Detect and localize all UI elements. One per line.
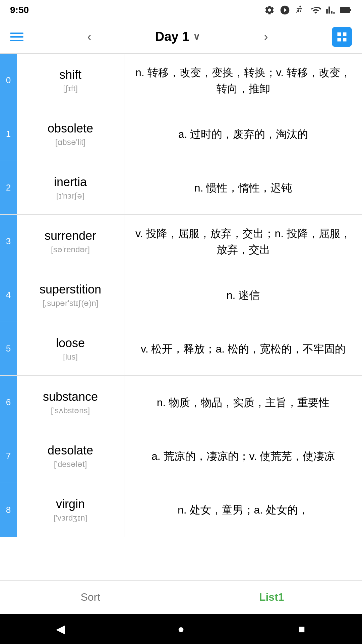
row-definition: a. 过时的，废弃的，淘汰的 bbox=[124, 107, 362, 161]
row-index: 4 bbox=[0, 268, 17, 322]
status-icons: A bbox=[264, 5, 352, 15]
table-row[interactable]: 0 shift [ʃɪft] n. 转移，改变，变换，转换；v. 转移，改变，转… bbox=[0, 54, 362, 107]
row-word: shift [ʃɪft] bbox=[17, 54, 124, 107]
row-word: virgin ['vɜrdʒɪn] bbox=[17, 483, 124, 537]
table-row[interactable]: 4 superstition [ˌsupər'stɪʃ(ə)n] n. 迷信 bbox=[0, 268, 362, 322]
prev-button[interactable]: ‹ bbox=[87, 30, 91, 44]
word-phonetic: [ɪ'nɜrʃə] bbox=[56, 191, 84, 201]
settings-icon bbox=[264, 5, 275, 15]
menu-button[interactable] bbox=[10, 33, 23, 41]
row-index: 5 bbox=[0, 322, 17, 375]
title-chevron[interactable]: ∨ bbox=[193, 31, 200, 42]
recent-button[interactable]: ■ bbox=[292, 619, 312, 639]
home-button[interactable]: ● bbox=[171, 619, 191, 639]
row-index: 0 bbox=[0, 54, 17, 107]
toolbar: ‹ Day 1 ∨ › bbox=[0, 20, 362, 54]
table-row[interactable]: 6 substance ['sʌbstəns] n. 物质，物品，实质，主旨，重… bbox=[0, 376, 362, 429]
row-definition: n. 物质，物品，实质，主旨，重要性 bbox=[124, 376, 362, 429]
next-button[interactable]: › bbox=[264, 30, 268, 44]
word-english: virgin bbox=[56, 497, 85, 511]
row-index: 1 bbox=[0, 107, 17, 161]
status-bar: 9:50 A bbox=[0, 0, 362, 20]
word-english: surrender bbox=[45, 229, 96, 243]
row-definition: n. 迷信 bbox=[124, 268, 362, 322]
row-word: inertia [ɪ'nɜrʃə] bbox=[17, 161, 124, 214]
row-word: substance ['sʌbstəns] bbox=[17, 376, 124, 429]
row-word: loose [lus] bbox=[17, 322, 124, 375]
word-english: substance bbox=[43, 390, 98, 404]
android-nav-bar: ◀ ● ■ bbox=[0, 614, 362, 644]
row-index: 7 bbox=[0, 429, 17, 483]
word-phonetic: ['vɜrdʒɪn] bbox=[54, 513, 87, 523]
word-phonetic: [lus] bbox=[63, 352, 78, 362]
table-row[interactable]: 5 loose [lus] v. 松开，释放；a. 松的，宽松的，不牢固的 bbox=[0, 322, 362, 376]
play-icon bbox=[280, 5, 290, 15]
row-definition: n. 转移，改变，变换，转换；v. 转移，改变，转向，推卸 bbox=[124, 54, 362, 107]
row-word: superstition [ˌsupər'stɪʃ(ə)n] bbox=[17, 268, 124, 322]
grid-view-button[interactable] bbox=[332, 27, 352, 47]
word-english: obsolete bbox=[48, 121, 93, 136]
toolbar-nav: ‹ bbox=[87, 30, 91, 44]
row-definition: v. 松开，释放；a. 松的，宽松的，不牢固的 bbox=[124, 322, 362, 375]
row-definition: n. 处女，童男；a. 处女的， bbox=[124, 483, 362, 537]
table-row[interactable]: 2 inertia [ɪ'nɜrʃə] n. 惯性，惰性，迟钝 bbox=[0, 161, 362, 215]
row-index: 2 bbox=[0, 161, 17, 214]
row-word: obsolete [ɑbsə'lit] bbox=[17, 107, 124, 161]
battery-icon bbox=[340, 5, 352, 15]
row-definition: n. 惯性，惰性，迟钝 bbox=[124, 161, 362, 214]
word-english: shift bbox=[59, 68, 81, 82]
row-definition: a. 荒凉的，凄凉的；v. 使荒芜，使凄凉 bbox=[124, 429, 362, 483]
row-index: 3 bbox=[0, 215, 17, 268]
row-word: surrender [sə'rendər] bbox=[17, 215, 124, 268]
word-english: desolate bbox=[48, 443, 93, 458]
toolbar-nav-right: › bbox=[264, 30, 268, 44]
row-word: desolate ['desələt] bbox=[17, 429, 124, 483]
word-list: 0 shift [ʃɪft] n. 转移，改变，变换，转换；v. 转移，改变，转… bbox=[0, 54, 362, 580]
svg-rect-3 bbox=[341, 8, 349, 12]
row-index: 6 bbox=[0, 376, 17, 429]
word-phonetic: ['sʌbstəns] bbox=[51, 406, 90, 415]
word-phonetic: [ɑbsə'lit] bbox=[55, 138, 86, 147]
sort-tab[interactable]: Sort bbox=[0, 581, 181, 614]
svg-rect-2 bbox=[350, 9, 351, 11]
status-time: 9:50 bbox=[10, 5, 29, 15]
table-row[interactable]: 7 desolate ['desələt] a. 荒凉的，凄凉的；v. 使荒芜，… bbox=[0, 429, 362, 483]
back-button[interactable]: ◀ bbox=[50, 619, 70, 639]
table-row[interactable]: 3 surrender [sə'rendər] v. 投降，屈服，放弃，交出；n… bbox=[0, 215, 362, 268]
word-english: loose bbox=[56, 336, 85, 350]
row-index: 8 bbox=[0, 483, 17, 537]
row-definition: v. 投降，屈服，放弃，交出；n. 投降，屈服，放弃，交出 bbox=[124, 215, 362, 268]
word-english: superstition bbox=[40, 282, 101, 297]
word-phonetic: [sə'rendər] bbox=[51, 245, 90, 254]
signal-icon bbox=[326, 5, 335, 15]
list1-tab[interactable]: List1 bbox=[181, 581, 362, 614]
word-phonetic: [ʃɪft] bbox=[63, 84, 78, 93]
table-row[interactable]: 8 virgin ['vɜrdʒɪn] n. 处女，童男；a. 处女的， bbox=[0, 483, 362, 537]
word-phonetic: [ˌsupər'stɪʃ(ə)n] bbox=[43, 299, 99, 308]
table-row[interactable]: 1 obsolete [ɑbsə'lit] a. 过时的，废弃的，淘汰的 bbox=[0, 107, 362, 161]
word-phonetic: ['desələt] bbox=[54, 460, 87, 469]
bottom-bar: Sort List1 bbox=[0, 580, 362, 614]
svg-text:A: A bbox=[296, 9, 299, 14]
word-english: inertia bbox=[54, 175, 87, 189]
accessibility-icon: A bbox=[295, 5, 306, 15]
wifi-icon bbox=[310, 5, 321, 15]
toolbar-title: Day 1 ∨ bbox=[155, 30, 200, 44]
